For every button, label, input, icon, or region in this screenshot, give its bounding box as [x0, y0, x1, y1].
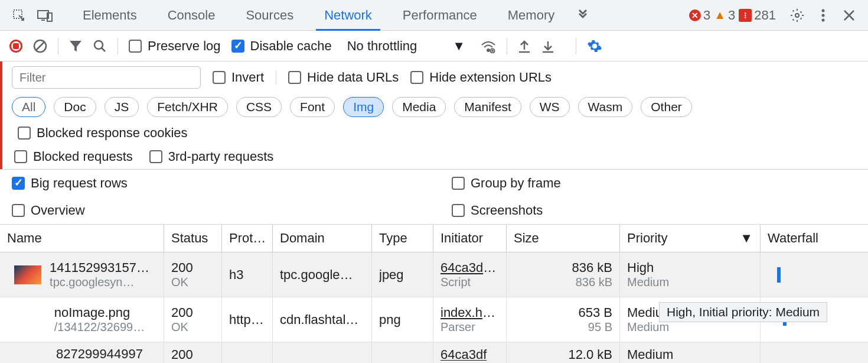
blocked-requests-checkbox[interactable]: Blocked requests — [14, 149, 133, 164]
chip-font[interactable]: Font — [290, 97, 335, 117]
tab-elements[interactable]: Elements — [68, 0, 151, 31]
issues-icon: ⁝ — [739, 9, 752, 22]
network-conditions-icon[interactable] — [481, 39, 496, 53]
inspect-icon[interactable] — [7, 4, 31, 27]
blocked-cookies-checkbox[interactable]: Blocked response cookies — [18, 125, 188, 141]
group-by-frame-checkbox[interactable]: Group by frame — [452, 176, 561, 191]
chevron-down-icon: ▼ — [452, 38, 465, 54]
col-type[interactable]: Type — [372, 225, 433, 252]
chip-all[interactable]: All — [12, 97, 45, 117]
svg-point-4 — [822, 9, 825, 12]
resource-thumbnail — [14, 265, 41, 284]
filter-input[interactable] — [12, 66, 201, 89]
hide-extension-urls-checkbox[interactable]: Hide extension URLs — [410, 70, 552, 85]
chip-css[interactable]: CSS — [236, 97, 282, 117]
initiator-link[interactable]: index.ht… — [440, 305, 499, 320]
table-row[interactable]: 827299944997 200 64ca3df 12.0 kB Medium — [0, 342, 868, 363]
chip-other[interactable]: Other — [641, 97, 692, 117]
invert-checkbox[interactable]: Invert — [213, 70, 264, 85]
type-filter-chips: All Doc JS Fetch/XHR CSS Font Img Media … — [2, 93, 868, 144]
chip-manifest[interactable]: Manifest — [454, 97, 521, 117]
overview-checkbox[interactable]: Overview — [12, 203, 85, 218]
view-settings: Big request rows Group by frame Overview… — [0, 169, 868, 224]
filter-icon[interactable] — [69, 40, 82, 53]
throttling-select[interactable]: No throttling ▼ — [342, 38, 470, 54]
network-table-body: 141152993157… tpc.googlesyn… 200OK h3 tp… — [0, 252, 868, 363]
tab-console[interactable]: Console — [154, 0, 230, 31]
tab-performance[interactable]: Performance — [389, 0, 491, 31]
network-toolbar: Preserve log Disable cache No throttling… — [0, 31, 868, 61]
col-protocol[interactable]: Prot… — [222, 225, 273, 252]
main-tabs-bar: Elements Console Sources Network Perform… — [0, 0, 868, 31]
svg-point-6 — [822, 18, 825, 21]
sort-descending-icon: ▼ — [740, 231, 753, 246]
chip-img[interactable]: Img — [343, 97, 384, 117]
waterfall-bar — [777, 267, 781, 283]
tab-sources[interactable]: Sources — [231, 0, 308, 31]
col-domain[interactable]: Domain — [273, 225, 372, 252]
error-badges[interactable]: ✕3 ▲3 ⁝281 — [689, 8, 776, 23]
clear-icon[interactable] — [33, 39, 47, 53]
device-toggle-icon[interactable] — [33, 4, 57, 27]
table-row[interactable]: 141152993157… tpc.googlesyn… 200OK h3 tp… — [0, 252, 868, 297]
big-rows-checkbox[interactable]: Big request rows — [12, 176, 128, 191]
chip-js[interactable]: JS — [105, 97, 139, 117]
tab-network[interactable]: Network — [310, 0, 386, 31]
record-button[interactable] — [9, 40, 22, 53]
col-waterfall[interactable]: Waterfall — [761, 225, 868, 252]
chip-wasm[interactable]: Wasm — [578, 97, 633, 117]
col-size[interactable]: Size — [507, 225, 620, 252]
hide-data-urls-checkbox[interactable]: Hide data URLs — [288, 70, 399, 85]
disable-cache-checkbox[interactable]: Disable cache — [231, 38, 332, 54]
third-party-checkbox[interactable]: 3rd-party requests — [149, 149, 274, 164]
warning-icon: ▲ — [714, 8, 726, 22]
error-icon: ✕ — [689, 9, 701, 21]
col-status[interactable]: Status — [164, 225, 222, 252]
filter-panel: Invert Hide data URLs Hide extension URL… — [0, 61, 868, 169]
svg-point-5 — [822, 14, 825, 17]
svg-point-8 — [94, 41, 103, 49]
settings-gear-icon[interactable] — [785, 4, 809, 27]
screenshots-checkbox[interactable]: Screenshots — [452, 203, 543, 218]
svg-point-9 — [487, 49, 490, 51]
download-icon[interactable] — [541, 39, 554, 53]
col-initiator[interactable]: Initiator — [433, 225, 507, 252]
search-icon[interactable] — [93, 39, 107, 53]
more-tabs-icon[interactable] — [571, 4, 595, 27]
chip-ws[interactable]: WS — [530, 97, 570, 117]
preserve-log-checkbox[interactable]: Preserve log — [129, 38, 221, 54]
col-name[interactable]: Name — [0, 225, 164, 252]
svg-point-3 — [795, 14, 799, 17]
chip-fetch[interactable]: Fetch/XHR — [147, 97, 228, 117]
initiator-link[interactable]: 64ca3df… — [440, 260, 499, 276]
chip-media[interactable]: Media — [392, 97, 446, 117]
upload-icon[interactable] — [518, 39, 531, 53]
panel-settings-icon[interactable] — [587, 38, 602, 54]
col-priority[interactable]: Priority ▼ — [620, 225, 761, 252]
chip-doc[interactable]: Doc — [54, 97, 96, 117]
priority-tooltip: High, Initial priority: Medium — [659, 302, 827, 322]
kebab-menu-icon[interactable] — [811, 4, 835, 27]
tab-memory[interactable]: Memory — [494, 0, 569, 31]
network-table-header: Name Status Prot… Domain Type Initiator … — [0, 224, 868, 252]
close-icon[interactable] — [837, 4, 861, 27]
